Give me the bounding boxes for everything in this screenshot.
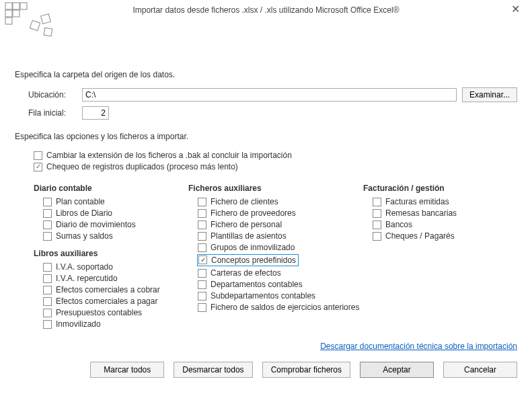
checkbox-label: Fichero de saldos de ejercicios anterior…: [211, 303, 359, 312]
checkbox-label: Cambiar la extensión de los ficheros a .…: [46, 151, 292, 160]
source-section-label: Especifica la carpeta del origen de los …: [15, 70, 517, 79]
checkbox-label: Plantillas de asientos: [211, 231, 287, 241]
checkbox-label: Facturas emitidas: [385, 197, 449, 206]
checkbox-libros-0[interactable]: I.V.A. soportado: [43, 262, 188, 272]
checkbox-icon: [43, 320, 52, 329]
checkbox-ficheros-7[interactable]: Departamentos contables: [198, 280, 363, 289]
checkbox-label: Sumas y saldos: [56, 231, 113, 241]
checkbox-ficheros-8[interactable]: Subdepartamentos contables: [198, 291, 363, 301]
checkbox-facturacion-0[interactable]: Facturas emitidas: [373, 197, 517, 206]
checkbox-icon: [198, 269, 206, 278]
close-button[interactable]: ✕: [507, 3, 524, 16]
checkbox-label: Efectos comerciales a cobrar: [56, 285, 160, 294]
checkbox-icon: [43, 286, 52, 294]
checkbox-icon: [198, 243, 206, 252]
checkbox-icon: [198, 232, 206, 241]
accept-button[interactable]: Aceptar: [360, 362, 434, 378]
svg-rect-8: [44, 28, 52, 36]
checkbox-icon: [198, 198, 206, 206]
group-heading-libros: Libros auxiliares: [34, 249, 188, 258]
checkbox-label: Inmovilizado: [56, 319, 101, 329]
checkbox-label: Grupos de inmovilizado: [211, 243, 295, 252]
checkbox-icon: [43, 274, 52, 283]
checkbox-bak-extension[interactable]: Cambiar la extensión de los ficheros a .…: [34, 151, 517, 160]
group-heading-ficheros: Ficheros auxiliares: [188, 184, 363, 193]
checkbox-label: I.V.A. repercutido: [56, 274, 118, 283]
checkbox-label: Diario de movimientos: [56, 220, 136, 229]
checkbox-libros-2[interactable]: Efectos comerciales a cobrar: [43, 285, 188, 294]
options-section-label: Especifica las opciones y los ficheros a…: [15, 132, 517, 141]
checkbox-icon: [43, 221, 52, 229]
unmark-all-button[interactable]: Desmarcar todos: [174, 362, 252, 378]
checkbox-label: Bancos: [385, 220, 412, 229]
checkbox-icon: [198, 209, 206, 218]
checkbox-icon: [43, 198, 52, 206]
checkbox-label: Remesas bancarias: [385, 208, 457, 218]
checkbox-diario-0[interactable]: Plan contable: [43, 197, 188, 206]
checkbox-icon: [198, 303, 206, 312]
initial-row-input[interactable]: [82, 106, 109, 120]
checkbox-icon: [198, 292, 206, 301]
checkbox-libros-4[interactable]: Presupuestos contables: [43, 308, 188, 317]
checkbox-ficheros-6[interactable]: Carteras de efectos: [198, 268, 363, 278]
checkbox-icon: [373, 198, 381, 206]
checkbox-diario-1[interactable]: Libros de Diario: [43, 208, 188, 218]
checkbox-icon: [373, 209, 381, 218]
browse-button[interactable]: Examinar...: [462, 87, 517, 102]
checkbox-icon: [373, 232, 381, 241]
group-heading-diario: Diario contable: [34, 184, 188, 193]
checkbox-icon: ✓: [34, 163, 42, 171]
checkbox-icon: [43, 297, 52, 306]
svg-rect-5: [5, 17, 12, 24]
location-input[interactable]: [82, 88, 457, 102]
checkbox-label: Fichero de clientes: [211, 197, 278, 206]
checkbox-icon: [43, 263, 52, 272]
checkbox-icon: [198, 280, 206, 289]
checkbox-ficheros-4[interactable]: Grupos de inmovilizado: [198, 243, 363, 252]
checkbox-ficheros-9[interactable]: Fichero de saldos de ejercicios anterior…: [198, 303, 363, 312]
initial-row-label: Fila inicial:: [28, 108, 82, 118]
checkbox-icon: [43, 209, 52, 218]
checkbox-icon: [43, 309, 52, 317]
checkbox-label: Departamentos contables: [211, 280, 303, 289]
checkbox-label: Fichero de personal: [211, 220, 282, 229]
checkbox-ficheros-0[interactable]: Fichero de clientes: [198, 197, 363, 206]
checkbox-facturacion-1[interactable]: Remesas bancarias: [373, 208, 517, 218]
checkbox-label: Conceptos predefinidos: [211, 255, 296, 265]
checkbox-libros-3[interactable]: Efectos comerciales a pagar: [43, 296, 188, 306]
download-docs-link[interactable]: Descargar documentación técnica sobre la…: [320, 342, 517, 351]
checkbox-diario-2[interactable]: Diario de movimientos: [43, 220, 188, 229]
checkbox-label: Carteras de efectos: [211, 268, 281, 278]
checkbox-diario-3[interactable]: Sumas y saldos: [43, 231, 188, 241]
checkbox-icon: ✓: [198, 255, 207, 264]
checkbox-label: I.V.A. soportado: [56, 262, 113, 272]
checkbox-icon: [34, 151, 42, 160]
checkbox-facturacion-3[interactable]: Cheques / Pagarés: [373, 231, 517, 241]
checkbox-libros-1[interactable]: I.V.A. repercutido: [43, 274, 188, 283]
cancel-button[interactable]: Cancelar: [443, 362, 517, 378]
check-files-button[interactable]: Comprobar ficheros: [262, 362, 350, 378]
checkbox-icon: [43, 232, 52, 241]
window-title: Importar datos desde ficheros .xlsx / .x…: [132, 5, 399, 15]
checkbox-label: Chequeo de registros duplicados (proceso…: [46, 162, 238, 171]
group-heading-facturacion: Facturación / gestión: [363, 184, 517, 193]
checkbox-libros-5[interactable]: Inmovilizado: [43, 319, 188, 329]
checkbox-facturacion-2[interactable]: Bancos: [373, 220, 517, 229]
checkbox-ficheros-5[interactable]: ✓Conceptos predefinidos: [197, 254, 363, 266]
checkbox-duplicate-check[interactable]: ✓ Chequeo de registros duplicados (proce…: [34, 162, 517, 171]
checkbox-icon: [373, 221, 381, 229]
checkbox-label: Cheques / Pagarés: [385, 231, 455, 241]
checkbox-ficheros-1[interactable]: Fichero de proveedores: [198, 208, 363, 218]
checkbox-label: Efectos comerciales a pagar: [56, 296, 157, 306]
checkbox-ficheros-3[interactable]: Plantillas de asientos: [198, 231, 363, 241]
checkbox-label: Libros de Diario: [56, 208, 112, 218]
mark-all-button[interactable]: Marcar todos: [90, 362, 164, 378]
checkbox-label: Presupuestos contables: [56, 308, 142, 317]
location-label: Ubicación:: [28, 90, 82, 100]
checkbox-label: Plan contable: [56, 197, 105, 206]
checkbox-label: Fichero de proveedores: [211, 208, 296, 218]
svg-rect-6: [30, 20, 40, 30]
checkbox-icon: [198, 221, 206, 229]
checkbox-label: Subdepartamentos contables: [211, 291, 315, 301]
checkbox-ficheros-2[interactable]: Fichero de personal: [198, 220, 363, 229]
